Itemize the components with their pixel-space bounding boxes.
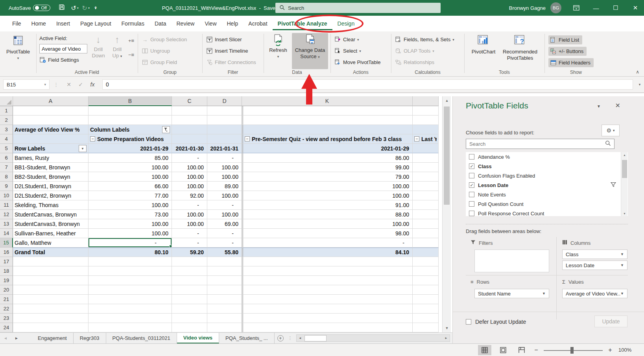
cell-A4[interactable] — [13, 134, 89, 144]
cell-L19[interactable] — [413, 276, 439, 285]
cell-A19[interactable] — [13, 276, 89, 285]
sheet-tab-video-views[interactable]: Video views — [177, 333, 219, 343]
cell-A10[interactable]: D2LStudent2, Bronwyn — [13, 191, 89, 200]
cell-K3[interactable] — [242, 125, 413, 134]
scroll-down-icon[interactable]: ▼ — [443, 324, 451, 332]
field-item-note-events[interactable]: Note Events — [466, 190, 628, 199]
cell-D13[interactable]: 69.00 — [207, 219, 242, 229]
cell-B17[interactable] — [89, 257, 172, 266]
formula-input[interactable]: 0 — [102, 79, 633, 90]
field-item-confusion-flags-enabled[interactable]: Confusion Flags Enabled — [466, 171, 628, 180]
minimize-button[interactable]: — — [587, 0, 605, 16]
sheet-tab-pqa-students-03112021[interactable]: PQA-Students_03112021 — [106, 333, 177, 343]
cell-A8[interactable]: BB2-Student, Bronwyn — [13, 172, 89, 182]
cell-L2[interactable] — [413, 116, 439, 125]
cell-D12[interactable]: 100.00 — [207, 210, 242, 219]
move-pivottable-button[interactable]: Move PivotTable — [334, 59, 380, 66]
cell-B14[interactable]: 100.00 — [89, 229, 172, 238]
zoom-in-icon[interactable]: + — [606, 345, 614, 355]
plus-minus-buttons-toggle[interactable]: +/- Buttons — [548, 47, 587, 56]
field-checkbox[interactable] — [469, 201, 474, 207]
cell-L10[interactable] — [413, 191, 439, 200]
scroll-right-icon[interactable]: ► — [443, 335, 450, 341]
vertical-scrollbar-thumb[interactable] — [444, 106, 450, 205]
cell-L12[interactable] — [413, 210, 439, 219]
column-header-K[interactable]: K — [242, 96, 413, 106]
cell-D2[interactable] — [207, 116, 242, 125]
row-header-17[interactable]: 17 — [0, 257, 13, 266]
ribbon-tab-review[interactable]: Review — [172, 17, 200, 30]
row-header-15[interactable]: 15 — [0, 238, 13, 248]
expand-field-button[interactable]: +≡ — [128, 38, 134, 44]
scroll-up-icon[interactable]: ▲ — [443, 96, 451, 105]
cell-L21[interactable] — [413, 295, 439, 304]
row-header-8[interactable]: 8 — [0, 172, 13, 182]
cell-K22[interactable] — [242, 304, 413, 314]
field-item-attendance-[interactable]: Attendance % — [466, 152, 628, 161]
filters-area-dropzone[interactable] — [474, 250, 549, 272]
cell-C19[interactable] — [172, 276, 207, 285]
cell-C20[interactable] — [172, 285, 207, 295]
cell-D10[interactable]: 100.00 — [207, 191, 242, 200]
zoom-level[interactable]: 100% — [618, 347, 631, 353]
cell-C12[interactable]: 100.00 — [172, 210, 207, 219]
defer-checkbox-icon[interactable] — [466, 319, 471, 325]
name-box-caret-icon[interactable]: ▾ — [44, 83, 46, 86]
field-list-scroll-up-icon[interactable]: ▲ — [621, 152, 628, 158]
cell-B1[interactable] — [89, 106, 172, 116]
cell-K6[interactable]: 86.00 — [242, 153, 413, 163]
cell-A9[interactable]: D2LStudent1, Bronwyn — [13, 182, 89, 191]
cell-L18[interactable] — [413, 266, 439, 276]
cell-D11[interactable]: - — [207, 200, 242, 210]
cell-A15[interactable]: Gallo, Matthew — [13, 238, 89, 248]
cell-K1[interactable] — [242, 106, 413, 116]
cell-B13[interactable]: 100.00 — [89, 219, 172, 229]
collapse-button-some[interactable]: − — [90, 136, 95, 141]
cell-D14[interactable]: - — [207, 229, 242, 238]
cell-C7[interactable]: 100.00 — [172, 163, 207, 172]
column-header-partial[interactable] — [413, 96, 439, 106]
cell-K18[interactable] — [242, 266, 413, 276]
cell-L24[interactable] — [413, 323, 439, 332]
field-settings-button[interactable]: Field Settings — [39, 57, 79, 63]
horizontal-scrollbar[interactable]: ◄ ► — [296, 334, 450, 342]
cell-D23[interactable] — [207, 314, 242, 323]
cell-D24[interactable] — [207, 323, 242, 332]
cell-L23[interactable] — [413, 314, 439, 323]
cell-C17[interactable] — [172, 257, 207, 266]
row-header-3[interactable]: 3 — [0, 125, 13, 134]
row-header-5[interactable]: 5 — [0, 144, 13, 153]
row-header-2[interactable]: 2 — [0, 116, 13, 125]
cell-A5[interactable]: Row Labels▼ — [13, 144, 89, 153]
change-data-source-button[interactable]: Change Data Source ▾ — [292, 33, 328, 69]
cell-A12[interactable]: StudentCanvas, Bronwyn — [13, 210, 89, 219]
cell-B15[interactable]: - — [89, 238, 172, 248]
cell-K15[interactable]: - — [242, 238, 413, 248]
cell-D9[interactable]: 89.00 — [207, 182, 242, 191]
pivottable-options-button[interactable]: PivotTable ▾ — [5, 35, 31, 61]
active-field-input[interactable]: Average of Video — [39, 44, 87, 53]
field-headers-toggle[interactable]: Field Headers — [548, 58, 594, 67]
row-labels-dropdown-icon[interactable]: ▼ — [79, 145, 87, 152]
fields-search-input[interactable]: Search — [466, 139, 614, 149]
field-list-scroll-down-icon[interactable]: ▼ — [621, 211, 628, 216]
rows-field-caret-icon[interactable]: ▼ — [542, 292, 546, 295]
cell-A6[interactable]: Barnes, Rusty — [13, 153, 89, 163]
cell-A3[interactable]: Average of Video View % — [13, 125, 89, 134]
cell-C2[interactable] — [172, 116, 207, 125]
cell-A21[interactable] — [13, 295, 89, 304]
sheet-tab-pqa-students-[interactable]: PQA_Students_ ... — [219, 333, 275, 343]
collapse-ribbon-icon[interactable]: ∧ — [636, 69, 639, 75]
recommended-pivottables-button[interactable]: ? Recommended PivotTables — [500, 34, 541, 61]
cell-D4[interactable] — [207, 134, 242, 144]
ribbon-tab-page-layout[interactable]: Page Layout — [75, 17, 116, 30]
cell-K13[interactable]: 100.00 — [242, 219, 413, 229]
cell-L14[interactable] — [413, 229, 439, 238]
ribbon-tab-design[interactable]: Design — [332, 17, 360, 30]
cell-K5[interactable]: 2021-01-29 — [242, 144, 413, 153]
cell-K23[interactable] — [242, 314, 413, 323]
cell-L3[interactable] — [413, 125, 439, 134]
cell-C4[interactable] — [172, 134, 207, 144]
search-box[interactable]: Search — [275, 3, 441, 13]
cell-C11[interactable]: - — [172, 200, 207, 210]
